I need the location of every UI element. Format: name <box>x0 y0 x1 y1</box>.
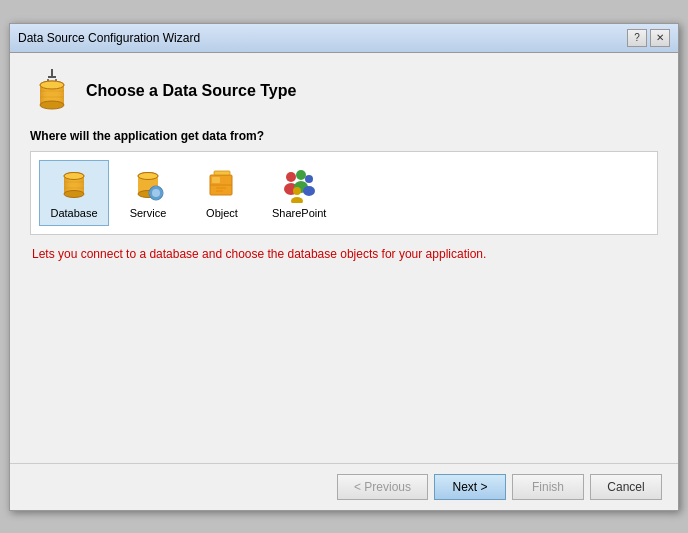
svg-point-34 <box>286 172 296 182</box>
svg-point-36 <box>296 170 306 180</box>
svg-rect-30 <box>212 177 220 183</box>
empty-space <box>30 267 658 447</box>
wizard-title: Choose a Data Source Type <box>86 82 296 100</box>
header-db-icon <box>30 69 74 113</box>
wizard-footer: < Previous Next > Finish Cancel <box>10 463 678 510</box>
svg-point-40 <box>293 187 301 195</box>
previous-button[interactable]: < Previous <box>337 474 428 500</box>
svg-point-23 <box>152 189 160 197</box>
sharepoint-label: SharePoint <box>272 207 326 219</box>
title-bar-buttons: ? ✕ <box>627 29 670 47</box>
svg-rect-29 <box>214 171 230 175</box>
svg-rect-26 <box>149 191 152 194</box>
database-label: Database <box>50 207 97 219</box>
svg-point-7 <box>40 101 64 109</box>
service-icon <box>130 167 166 203</box>
datasource-item-database[interactable]: Database <box>39 160 109 226</box>
svg-rect-27 <box>160 191 163 194</box>
description-area: Lets you connect to a database and choos… <box>30 243 658 267</box>
svg-point-14 <box>64 190 84 197</box>
datasource-items-container: Database <box>39 160 649 226</box>
cancel-button[interactable]: Cancel <box>590 474 662 500</box>
svg-point-38 <box>305 175 313 183</box>
sharepoint-icon <box>281 167 317 203</box>
object-icon <box>204 167 240 203</box>
close-button[interactable]: ✕ <box>650 29 670 47</box>
header-section: Choose a Data Source Type <box>30 69 658 113</box>
datasource-item-sharepoint[interactable]: SharePoint <box>261 160 337 226</box>
svg-point-8 <box>40 81 64 89</box>
svg-point-39 <box>303 186 315 196</box>
datasource-item-object[interactable]: Object <box>187 160 257 226</box>
svg-point-41 <box>291 197 303 203</box>
service-label: Service <box>130 207 167 219</box>
svg-rect-32 <box>216 187 226 189</box>
svg-rect-33 <box>216 190 223 192</box>
svg-rect-24 <box>155 186 158 189</box>
datasource-item-service[interactable]: Service <box>113 160 183 226</box>
database-icon <box>56 167 92 203</box>
wizard-window: Data Source Configuration Wizard ? ✕ <box>9 23 679 511</box>
svg-rect-25 <box>155 197 158 200</box>
title-bar: Data Source Configuration Wizard ? ✕ <box>10 24 678 53</box>
window-title: Data Source Configuration Wizard <box>18 31 200 45</box>
description-text: Lets you connect to a database and choos… <box>32 247 486 261</box>
svg-point-15 <box>64 172 84 179</box>
help-button[interactable]: ? <box>627 29 647 47</box>
object-label: Object <box>206 207 238 219</box>
question-label: Where will the application get data from… <box>30 129 658 143</box>
content-area: Choose a Data Source Type Where will the… <box>10 53 678 463</box>
next-button[interactable]: Next > <box>434 474 506 500</box>
datasource-panel: Database <box>30 151 658 235</box>
finish-button[interactable]: Finish <box>512 474 584 500</box>
svg-point-21 <box>138 172 158 179</box>
